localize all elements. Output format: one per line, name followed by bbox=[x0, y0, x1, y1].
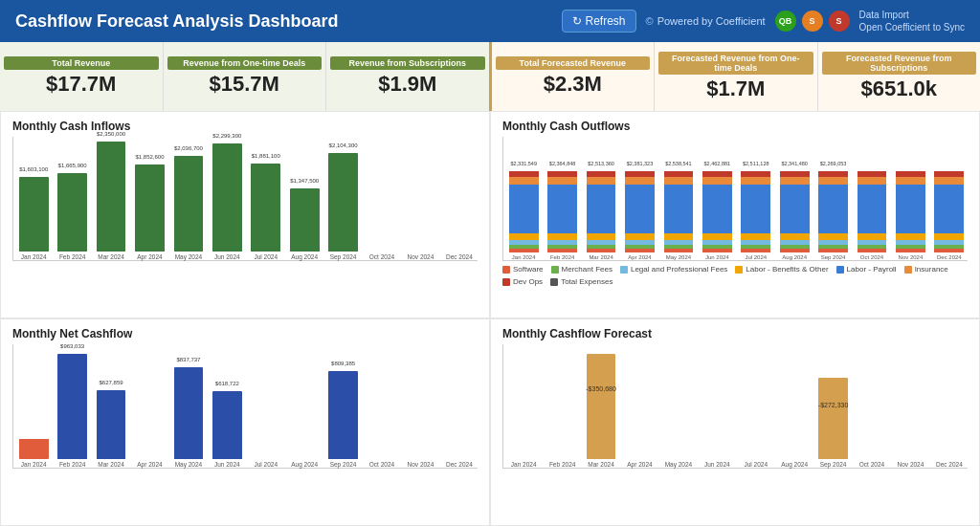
outflow-segment bbox=[896, 177, 925, 186]
outflow-segment bbox=[587, 233, 616, 240]
inflow-bar-value: $1,603,100 bbox=[19, 166, 48, 172]
outflow-segment bbox=[780, 233, 810, 240]
outflow-segment bbox=[547, 185, 577, 233]
outflow-bar-group: $2,364,848Feb 2024 bbox=[544, 171, 580, 260]
outflow-bar-group: $2,341,480Aug 2024 bbox=[776, 171, 813, 260]
legend-label: Insurance bbox=[915, 265, 948, 274]
inflow-month-label: Apr 2024 bbox=[137, 253, 162, 260]
inflow-bar-group: $1,852,600Apr 2024 bbox=[131, 164, 167, 260]
outflow-total-label: $2,511,128 bbox=[743, 161, 769, 166]
forecast-bar-group: Jun 2024 bbox=[699, 459, 735, 468]
forecast-bar-group: Nov 2024 bbox=[892, 459, 928, 468]
net-bar-value: $837,737 bbox=[176, 357, 200, 362]
refresh-button[interactable]: ↻ Refresh bbox=[562, 10, 636, 33]
net-month-label: Oct 2024 bbox=[369, 461, 394, 468]
inflow-bar bbox=[290, 188, 320, 252]
outflow-month-label: Dec 2024 bbox=[937, 254, 962, 260]
outflow-segment bbox=[741, 249, 770, 252]
net-month-label: Aug 2024 bbox=[291, 461, 318, 468]
forecast-bar-group: May 2024 bbox=[660, 459, 697, 468]
forecast-month-label: May 2024 bbox=[665, 461, 693, 468]
outflow-bar-group: Dec 2024 bbox=[931, 171, 968, 260]
outflow-month-label: Nov 2024 bbox=[899, 254, 924, 260]
outflow-total-label: $2,462,881 bbox=[704, 161, 731, 166]
outflow-month-label: Feb 2024 bbox=[550, 254, 574, 260]
net-bar-value: $963,033 bbox=[60, 343, 84, 349]
outflow-total-label: $2,364,848 bbox=[549, 161, 576, 166]
inflow-month-label: Oct 2024 bbox=[369, 253, 394, 260]
net-bar-value: $809,385 bbox=[331, 361, 355, 366]
legend-label: Labor - Benefits & Other bbox=[746, 265, 828, 274]
outflow-total-label: $2,331,549 bbox=[510, 161, 537, 166]
forecast-month-label: Dec 2024 bbox=[936, 461, 963, 468]
outflow-bar-group: $2,538,541May 2024 bbox=[660, 171, 697, 260]
forecast-bar-group: Apr 2024 bbox=[621, 459, 657, 468]
inflow-month-label: Jul 2024 bbox=[254, 253, 278, 260]
net-month-label: Mar 2024 bbox=[98, 461, 123, 468]
legend-item: Dev Ops bbox=[502, 277, 543, 286]
logo3: S bbox=[829, 11, 850, 32]
legend-item: Legal and Professional Fees bbox=[620, 265, 727, 274]
net-month-label: Apr 2024 bbox=[137, 461, 162, 468]
outflow-segment bbox=[625, 185, 655, 233]
net-bar-group: $809,385Sep 2024 bbox=[324, 371, 361, 468]
net-bar-group: Nov 2024 bbox=[402, 459, 438, 468]
outflow-bar-group: Nov 2024 bbox=[892, 171, 928, 260]
charts-area: Monthly Cash Inflows $1,603,100Jan 2024$… bbox=[0, 111, 980, 526]
forecast-bar-group: -$350,680Mar 2024 bbox=[583, 354, 619, 468]
net-bar bbox=[212, 391, 242, 459]
net-bar-group: $618,722Jun 2024 bbox=[209, 391, 245, 468]
outflow-segment bbox=[587, 177, 616, 186]
outflow-month-label: Jan 2024 bbox=[512, 254, 536, 260]
outflow-segment bbox=[625, 177, 655, 186]
forecast-bar-group: Aug 2024 bbox=[776, 459, 813, 468]
legend-item: Total Expenses bbox=[550, 277, 612, 286]
outflow-total-label: $2,513,360 bbox=[588, 161, 614, 166]
kpi-subscription-revenue: Revenue from Subscriptions $1.9M bbox=[326, 42, 489, 111]
net-bar-group: Dec 2024 bbox=[441, 459, 478, 468]
inflow-bar bbox=[135, 164, 165, 252]
forecast-title: Monthly Cashflow Forecast bbox=[502, 327, 968, 340]
forecast-month-label: Sep 2024 bbox=[820, 461, 847, 468]
forecast-month-label: Oct 2024 bbox=[859, 461, 884, 468]
outflow-segment bbox=[780, 177, 810, 186]
inflow-bar-group: $2,036,700May 2024 bbox=[170, 156, 207, 260]
net-bar-group: Jul 2024 bbox=[248, 459, 284, 468]
outflow-month-label: Jun 2024 bbox=[705, 254, 729, 260]
logo-icons: QB S S bbox=[775, 11, 850, 32]
outflow-segment bbox=[934, 185, 964, 233]
outflow-month-label: Sep 2024 bbox=[821, 254, 846, 260]
net-month-label: Dec 2024 bbox=[446, 461, 473, 468]
outflow-total-label: $2,341,480 bbox=[781, 161, 808, 166]
forecast-month-label: Jul 2024 bbox=[744, 461, 768, 468]
outflow-segment bbox=[934, 177, 964, 186]
outflow-segment bbox=[858, 177, 887, 186]
outflow-segment bbox=[664, 249, 694, 252]
inflow-bar bbox=[19, 177, 49, 252]
legend-label: Labor - Payroll bbox=[847, 265, 897, 274]
outflow-segment bbox=[934, 249, 964, 252]
refresh-icon: ↻ bbox=[572, 14, 582, 28]
outflows-title: Monthly Cash Outflows bbox=[502, 120, 968, 133]
legend-label: Merchant Fees bbox=[562, 265, 612, 274]
outflow-bar-group: $2,269,053Sep 2024 bbox=[814, 171, 851, 260]
kpi-onetime-revenue: Revenue from One-time Deals $15.7M bbox=[164, 42, 327, 111]
header: Cashflow Forecast Analysis Dashboard ↻ R… bbox=[0, 0, 980, 42]
inflow-bar-value: $2,036,700 bbox=[174, 145, 203, 151]
inflow-bar-group: Dec 2024 bbox=[441, 252, 478, 260]
outflow-bar-group: $2,511,128Jul 2024 bbox=[738, 171, 774, 260]
forecast-bar-group: Jan 2024 bbox=[505, 459, 542, 468]
outflow-segment bbox=[509, 185, 539, 233]
outflow-segment bbox=[818, 177, 848, 186]
inflow-bar-value: $1,665,900 bbox=[58, 163, 87, 168]
inflow-bar bbox=[57, 173, 87, 252]
inflow-bar-group: $1,665,900Feb 2024 bbox=[54, 173, 90, 260]
outflow-segment bbox=[780, 249, 810, 252]
legend-label: Legal and Professional Fees bbox=[631, 265, 727, 274]
inflow-bar bbox=[97, 142, 126, 252]
inflow-bar bbox=[328, 153, 358, 252]
outflow-segment bbox=[858, 233, 887, 240]
inflow-month-label: Feb 2024 bbox=[59, 253, 85, 260]
inflow-bar-value: $2,299,300 bbox=[212, 133, 241, 139]
net-month-label: Sep 2024 bbox=[330, 461, 357, 468]
